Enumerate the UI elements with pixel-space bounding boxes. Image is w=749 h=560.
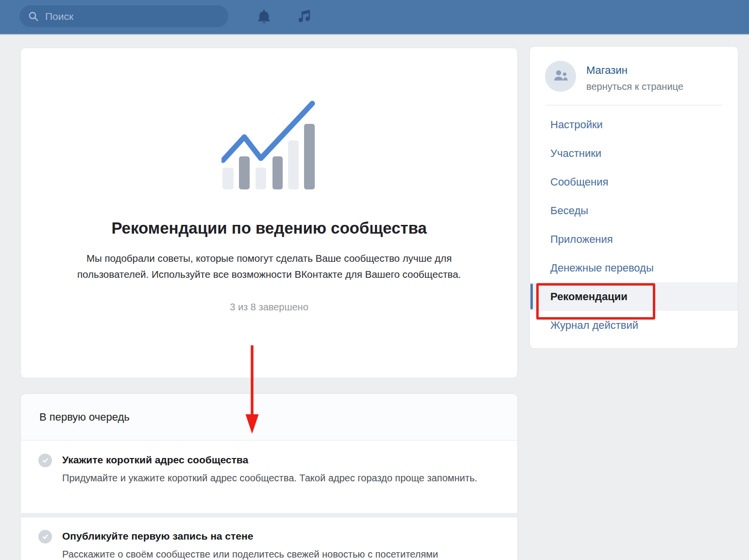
task-title: Укажите короткий адрес сообщества [62, 454, 477, 466]
task-title: Опубликуйте первую запись на стене [62, 530, 438, 542]
sidebar-item-messages[interactable]: Сообщения [530, 168, 738, 196]
page-description: Мы подобрали советы, которые помогут сде… [72, 250, 466, 282]
task-description: Расскажите о своём сообществе или подели… [62, 545, 438, 560]
music-button[interactable] [293, 6, 315, 28]
sidebar-item-members[interactable]: Участники [530, 139, 738, 168]
search-box[interactable] [19, 5, 228, 27]
bell-icon [256, 8, 272, 26]
task-item-first-post-card: Опубликуйте первую запись на стене Расск… [20, 517, 518, 560]
community-name-link[interactable]: Магазин [586, 64, 683, 77]
check-circle-icon [38, 530, 52, 543]
tasks-section-title: В первую очередь [39, 411, 130, 424]
back-to-page-link[interactable]: вернуться к странице [586, 81, 683, 92]
music-icon [296, 8, 312, 26]
notifications-button[interactable] [253, 6, 275, 28]
task-item-body: Опубликуйте первую запись на стене Расск… [62, 529, 438, 560]
task-description: Придумайте и укажите короткий адрес сооб… [62, 469, 477, 487]
search-input[interactable] [44, 10, 221, 23]
recommendations-card: Рекомендации по ведению сообщества Мы по… [20, 48, 518, 378]
progress-status: 3 из 8 завершено [21, 302, 517, 313]
sidebar-item-recommendations[interactable]: Рекомендации [530, 282, 738, 311]
sidebar-item-money-transfers[interactable]: Денежные переводы [530, 254, 738, 282]
growth-chart-illustration [221, 101, 317, 190]
tasks-section: В первую очередь Укажите короткий адрес … [20, 393, 518, 513]
community-profile-text: Магазин вернуться к странице [586, 61, 683, 92]
sidebar-item-action-log[interactable]: Журнал действий [530, 311, 738, 339]
community-sidebar: Магазин вернуться к странице Настройки У… [529, 46, 738, 349]
sidebar-item-chats[interactable]: Беседы [530, 196, 738, 225]
page-title: Рекомендации по ведению сообщества [40, 219, 498, 238]
tasks-section-header: В первую очередь [21, 394, 517, 441]
community-avatar[interactable] [545, 61, 576, 92]
community-profile: Магазин вернуться к странице [530, 47, 738, 92]
sidebar-divider [545, 105, 722, 105]
sidebar-menu: Настройки Участники Сообщения Беседы При… [530, 110, 738, 339]
task-item-body: Укажите короткий адрес сообщества Придум… [62, 453, 477, 487]
top-navigation-bar [0, 0, 749, 34]
check-circle-icon [38, 454, 52, 467]
sidebar-item-apps[interactable]: Приложения [530, 225, 738, 254]
sidebar-item-settings[interactable]: Настройки [530, 110, 738, 139]
people-icon [552, 68, 569, 85]
task-item-short-address[interactable]: Укажите короткий адрес сообщества Придум… [21, 441, 517, 487]
search-icon [28, 11, 39, 22]
task-item-first-post[interactable]: Опубликуйте первую запись на стене Расск… [21, 517, 517, 560]
